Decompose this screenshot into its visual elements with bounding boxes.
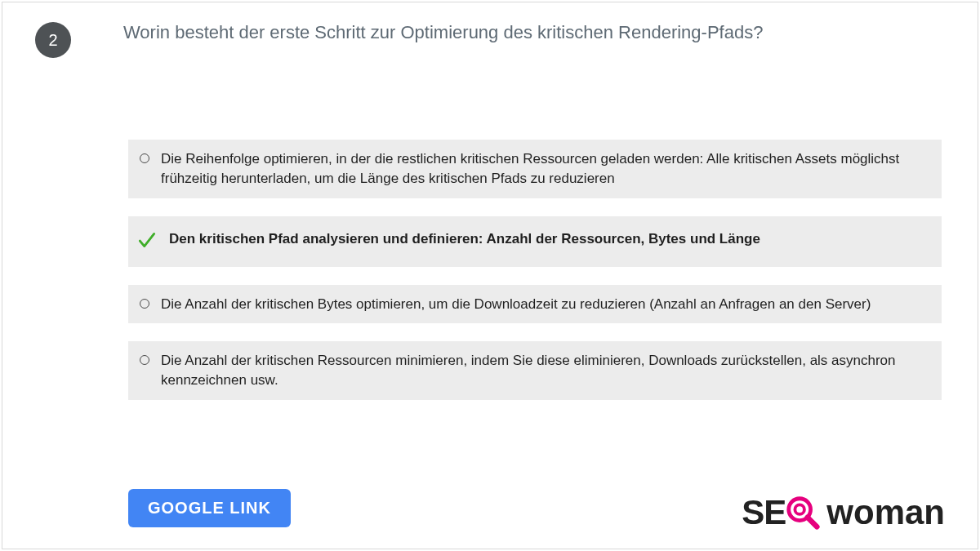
option-label: Den kritischen Pfad analysieren und defi… [169,229,760,249]
radio-icon [140,355,149,365]
google-link-label: GOOGLE LINK [148,499,271,517]
option-3[interactable]: Die Anzahl der kritischen Ressourcen min… [128,341,942,400]
options-list: Die Reihenfolge optimieren, in der die r… [128,140,942,400]
google-link-button[interactable]: GOOGLE LINK [128,489,291,527]
logo-text-woman: woman [826,493,945,532]
question-text: Worin besteht der erste Schritt zur Opti… [123,20,763,45]
option-2[interactable]: Die Anzahl der kritischen Bytes optimier… [128,285,942,324]
logo-text-se: SE [742,493,786,532]
option-1[interactable]: Den kritischen Pfad analysieren und defi… [128,216,942,267]
svg-point-1 [795,504,805,514]
option-label: Die Reihenfolge optimieren, in der die r… [161,149,929,189]
question-header: 2 Worin besteht der erste Schritt zur Op… [2,2,978,58]
seowoman-logo: SE woman [742,493,945,532]
svg-line-2 [808,518,817,527]
option-label: Die Anzahl der kritischen Ressourcen min… [161,351,929,390]
question-number-badge: 2 [35,22,71,58]
radio-icon [140,299,149,309]
option-0[interactable]: Die Reihenfolge optimieren, in der die r… [128,140,942,198]
magnifier-icon [784,494,822,531]
quiz-card: 2 Worin besteht der erste Schritt zur Op… [2,2,978,549]
checkmark-icon [136,229,158,254]
radio-icon [140,153,149,163]
option-label: Die Anzahl der kritischen Bytes optimier… [161,295,871,314]
question-number-text: 2 [48,31,57,50]
